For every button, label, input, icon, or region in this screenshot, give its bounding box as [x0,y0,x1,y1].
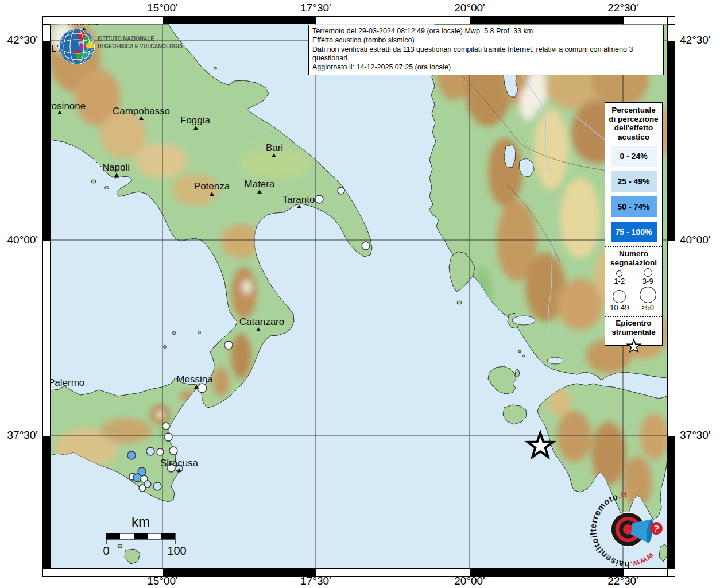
legend-signals-title-line: Numero [605,249,662,258]
frame-right [667,24,675,568]
city-label: Catanzaro [239,316,284,327]
report-circle [169,447,177,455]
legend-title: Percentuale di percezione dell'effetto a… [605,106,662,141]
city-label: Siracusa [160,458,199,469]
legend-epicenter-title-line: strumentale [605,328,662,337]
tick-bottom-22: 22°30' [607,575,638,587]
city-label: Foggia [180,115,211,126]
tick-right-42: 42°30' [680,34,711,47]
city-label: Matera [245,179,275,189]
legend-title-line: acustico [605,133,662,142]
tick-left-40: 40°00' [0,234,38,246]
frame-bottom [42,568,675,577]
tick-right-40: 40°00' [680,234,711,246]
report-circle [164,433,172,441]
legend-epicenter-title-line: Epicentro [605,319,662,328]
legend-signal-size: ≥50 [634,287,663,312]
legend-signal-sizes: 1-23-910-49≥50 [605,268,662,312]
islet-4 [164,346,167,349]
city-label: Taranto [282,194,315,205]
legend-separator [605,316,662,317]
missolonghi-lagoon [547,357,563,364]
report-circle [133,474,141,482]
report-circle [162,423,169,430]
tick-bottom-15: 15°00' [147,575,178,587]
island-tremiti [214,67,217,69]
city-label: rosinone [51,100,86,111]
legend-epicenter-title: Epicentro strumentale [605,319,662,336]
island-ithaca [516,369,520,377]
islet-3 [172,331,176,335]
tick-top-20: 20°00' [454,2,485,14]
island-gozo [118,544,122,548]
frame-top [42,16,675,24]
signal-size-label: 3-9 [642,277,653,285]
ingv-text-line-1: ISTITUTO NAZIONALE [98,35,183,42]
legend-epicenter-star-icon [625,338,642,355]
tick-bottom-20: 20°00' [454,575,485,587]
tick-left-37: 37°30' [0,429,38,442]
legend-signal-size: 10-49 [605,287,634,312]
etna-volcano [150,405,170,424]
signal-size-label: ≥50 [641,304,654,312]
tick-left-42: 42°30' [0,34,38,47]
event-info-line-3: Dati non verificati estratti da 113 ques… [312,45,660,64]
earthquake-map-page: { "info": { "lines": [ "Terremoto del 29… [0,0,720,588]
scale-bar-zero: 0 [103,544,109,557]
city-label: Messina [176,374,213,385]
report-circle [157,448,164,455]
event-info-box: Terremoto del 29-03-2024 08:12:49 (ora l… [308,25,664,75]
tick-bottom-17: 17°30' [300,575,331,587]
legend-signal-size: 1-2 [605,268,634,285]
ambracian-gulf [512,316,535,325]
signal-size-label: 1-2 [614,277,625,285]
frame-left [42,24,51,568]
islet-2 [522,355,525,357]
signal-size-circle-icon [613,290,626,303]
ingv-logo-text: ISTITUTO NAZIONALE DI GEOFISICA E VULCAN… [98,35,183,49]
island-ischia [91,180,96,183]
signal-size-label: 10-49 [610,304,629,312]
report-circle [224,341,233,349]
legend-class-swatch: 50 - 74% [611,196,657,217]
scale-bar-hundred: 100 [167,544,186,557]
report-circle [198,384,207,393]
signal-size-circle-icon [644,268,652,277]
tick-right-37: 37°30' [680,429,711,442]
legend-separator [605,246,662,247]
report-circle [362,242,370,250]
report-circle [146,447,154,455]
islet-1 [518,350,521,353]
ingv-logo-globe [57,27,97,67]
event-info-line-4: Aggiornato il: 14-12-2025 07:25 (ora loc… [312,63,660,72]
legend-title-line: dell'effetto [605,123,662,133]
legend-signals-title-line: segnalazioni [605,258,662,268]
signal-size-circle-icon [640,287,656,303]
report-circle [153,482,161,490]
ingv-text-line-2: DI GEOFISICA E VULCANOLOGIA [98,42,183,50]
report-circle [338,187,344,194]
legend-title-line: Percentuale [605,106,662,115]
legend-title-line: di percezione [605,115,662,124]
tick-top-22: 22°30' [607,2,638,14]
signal-size-circle-icon [616,270,622,277]
legend-panel: Percentuale di percezione dell'effetto a… [605,102,663,346]
event-info-line-2: Effetto acustico (rombo sismico) [312,36,660,45]
report-circle [127,451,136,459]
islet-5 [198,331,201,334]
city-label: Napoli [102,162,130,173]
island-paxos [457,301,462,304]
map-canvas: TeramoL'ArosinoneCampobassoFoggiaBariNap… [51,24,667,568]
legend-class-swatch: 25 - 49% [611,171,657,192]
legend-signals-title: Numero segnalazioni [605,249,662,267]
report-circle [139,485,146,492]
scale-bar-unit: km [131,514,150,529]
legend-signal-size: 3-9 [634,268,663,285]
island-capri [105,187,109,189]
legend-class-swatch: 0 - 24% [611,146,657,167]
report-circle [315,195,323,203]
city-label: Palermo [51,377,84,388]
tick-top-17: 17°30' [300,2,331,14]
event-info-line-1: Terremoto del 29-03-2024 08:12:49 (ora l… [312,27,660,36]
city-label: Bari [266,142,283,153]
